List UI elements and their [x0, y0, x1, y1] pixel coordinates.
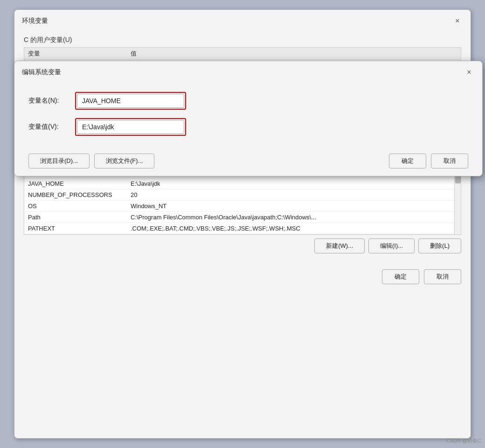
sys-var-row[interactable]: PathC:\Program Files\Common Files\Oracle…: [24, 212, 461, 223]
sys-new-button[interactable]: 新建(W)...: [314, 238, 365, 253]
var-value-highlight-box: [75, 118, 186, 136]
env-vars-bottom-buttons: 确定 取消: [24, 262, 461, 288]
user-var-header: 变量 值: [24, 48, 461, 60]
var-name-input[interactable]: [77, 94, 184, 108]
edit-dialog-close-button[interactable]: ×: [464, 67, 475, 78]
env-vars-ok-button[interactable]: 确定: [382, 269, 419, 284]
edit-sys-var-dialog: 编辑系统变量 × 变量名(N): 变量值(V): 浏览目录(D)... 浏览文件…: [14, 61, 483, 176]
sys-var-row[interactable]: PATHEXT.COM;.EXE;.BAT;.CMD;.VBS;.VBE;.JS…: [24, 223, 461, 234]
var-name-input-wrapper: [75, 92, 468, 110]
sys-var-row[interactable]: NUMBER_OF_PROCESSORS20: [24, 189, 461, 201]
browse-dir-button[interactable]: 浏览目录(D)...: [28, 154, 90, 168]
sys-edit-button[interactable]: 编辑(I)...: [368, 238, 415, 253]
var-name-label: 变量名(N):: [28, 97, 75, 105]
env-vars-close-button[interactable]: ×: [452, 15, 463, 27]
env-vars-titlebar: 环境变量 ×: [14, 10, 471, 31]
sys-var-row[interactable]: OSWindows_NT: [24, 201, 461, 212]
var-name-row: 变量名(N):: [28, 92, 468, 110]
sys-delete-button[interactable]: 删除(L): [418, 238, 461, 253]
edit-dialog-buttons: 浏览目录(D)... 浏览文件(F)... 确定 取消: [14, 149, 482, 168]
edit-dialog-body: 变量名(N): 变量值(V):: [14, 83, 482, 149]
var-name-highlight-box: [75, 92, 186, 110]
env-vars-cancel-button[interactable]: 取消: [424, 269, 461, 284]
sys-var-action-buttons: 新建(W)... 编辑(I)... 删除(L): [24, 235, 461, 257]
var-value-row: 变量值(V):: [28, 118, 468, 136]
watermark: CSDN @轻叙C: [446, 437, 481, 444]
sys-var-row[interactable]: JAVA_HOMEE:\Java\jdk: [24, 178, 461, 189]
env-vars-title: 环境变量: [22, 17, 48, 25]
var-value-label: 变量值(V):: [28, 123, 75, 131]
edit-cancel-button[interactable]: 取消: [431, 154, 468, 168]
edit-dialog-title: 编辑系统变量: [22, 68, 61, 77]
var-value-input-wrapper: [75, 118, 468, 136]
user-var-label: C 的用户变量(U): [24, 36, 461, 44]
edit-dialog-titlebar: 编辑系统变量 ×: [14, 61, 482, 83]
button-spacer: [159, 154, 384, 168]
browse-file-button[interactable]: 浏览文件(F)...: [94, 154, 154, 168]
edit-ok-button[interactable]: 确定: [389, 154, 426, 168]
user-var-header-value: 值: [131, 49, 137, 58]
user-var-header-name: 变量: [28, 49, 131, 58]
var-value-input[interactable]: [77, 120, 184, 134]
